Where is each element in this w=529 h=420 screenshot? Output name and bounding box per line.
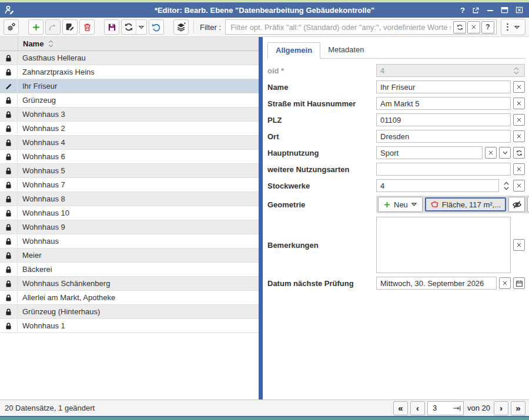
last-page-button[interactable]: » bbox=[511, 401, 525, 415]
field-geometrie: Geometrie Neu bbox=[267, 196, 525, 213]
list-item[interactable]: Zahnarztpraxis Heins bbox=[0, 65, 259, 79]
edit-record-button[interactable] bbox=[62, 19, 78, 35]
plz-input[interactable] bbox=[376, 113, 511, 126]
hauptnutzung-label: Hauptnutzung bbox=[267, 149, 376, 157]
tab-allgemein[interactable]: Allgemein bbox=[267, 42, 320, 59]
goto-page-icon[interactable] bbox=[452, 404, 461, 412]
delete-button[interactable] bbox=[79, 19, 95, 35]
sort-icon[interactable] bbox=[47, 39, 55, 48]
stockwerke-clear-button[interactable] bbox=[513, 180, 525, 191]
chevron-down-icon bbox=[411, 202, 417, 207]
list-item[interactable]: Wohnhaus 5 bbox=[0, 164, 259, 178]
lock-icon bbox=[5, 280, 12, 288]
datum-calendar-button[interactable] bbox=[513, 277, 525, 289]
list-item[interactable]: Gasthaus Hellerau bbox=[0, 51, 259, 65]
field-street: Straße mit Hausnummer bbox=[267, 97, 525, 110]
list-item[interactable]: Wohnhaus 2 bbox=[0, 122, 259, 136]
geometry-new-button[interactable]: Neu bbox=[378, 197, 423, 212]
toolbar-menu-button[interactable] bbox=[501, 19, 525, 35]
list-item[interactable]: Wohnhaus 6 bbox=[0, 150, 259, 164]
calendar-icon bbox=[515, 280, 523, 287]
lock-icon bbox=[5, 139, 12, 147]
save-button[interactable] bbox=[104, 19, 119, 35]
hauptnutzung-refresh-button[interactable] bbox=[513, 147, 525, 159]
page-input-box bbox=[427, 401, 464, 415]
hauptnutzung-dropdown-button[interactable] bbox=[499, 147, 511, 159]
attribute-form-panel: Allgemein Metadaten oid * 4 bbox=[263, 37, 529, 399]
minimize-button[interactable] bbox=[487, 6, 494, 14]
list-item[interactable]: Wohnhaus 1 bbox=[0, 319, 259, 333]
lock-icon bbox=[5, 266, 12, 274]
undo-icon bbox=[151, 22, 162, 32]
list-item[interactable]: Wohnhaus 10 bbox=[0, 206, 259, 220]
gears-icon bbox=[6, 22, 16, 32]
undo-button[interactable] bbox=[149, 19, 164, 35]
bemerkungen-clear-button[interactable] bbox=[513, 239, 525, 251]
list-item-label: Wohnhaus 1 bbox=[18, 321, 65, 330]
settings-button[interactable] bbox=[4, 19, 19, 35]
name-column-header[interactable]: Name bbox=[18, 37, 259, 51]
list-item[interactable]: Wohnhaus bbox=[0, 234, 259, 248]
bemerkungen-textarea[interactable] bbox=[376, 217, 511, 273]
first-page-button[interactable]: « bbox=[393, 401, 408, 415]
close-button[interactable] bbox=[515, 6, 523, 14]
ort-input[interactable] bbox=[376, 130, 511, 143]
list-item[interactable]: Wohnhaus Schänkenberg bbox=[0, 277, 259, 291]
titlebar: *Editor: Bearb. Ebene "Datenbearbeitung … bbox=[0, 2, 529, 18]
datum-input[interactable] bbox=[376, 277, 497, 290]
list-item[interactable]: Grünzeug (Hinterhaus) bbox=[0, 305, 259, 319]
page-number-input[interactable] bbox=[431, 403, 452, 413]
next-page-button[interactable]: › bbox=[494, 401, 508, 415]
hauptnutzung-clear-button[interactable] bbox=[485, 147, 497, 159]
geometry-shape-button[interactable]: Fläche, 117 m²,... bbox=[425, 197, 506, 211]
hauptnutzung-input[interactable] bbox=[376, 146, 483, 159]
list-item[interactable]: Grünzeug bbox=[0, 93, 259, 107]
panel-splitter[interactable] bbox=[259, 37, 263, 399]
stockwerke-input[interactable] bbox=[376, 179, 499, 192]
street-clear-button[interactable] bbox=[513, 98, 525, 109]
help-button[interactable]: ? bbox=[460, 6, 465, 15]
refresh-button[interactable] bbox=[122, 20, 136, 34]
name-input[interactable] bbox=[376, 80, 511, 93]
weitere-label: weitere Nutzungsarten bbox=[267, 165, 376, 174]
prev-page-button[interactable]: ‹ bbox=[410, 401, 425, 415]
weitere-clear-button[interactable] bbox=[513, 163, 525, 175]
plz-clear-button[interactable] bbox=[513, 114, 525, 126]
stockwerke-spinner[interactable] bbox=[501, 181, 511, 191]
street-input[interactable] bbox=[376, 97, 511, 110]
list-item-label: Wohnhaus 5 bbox=[18, 166, 65, 175]
datum-clear-button[interactable] bbox=[499, 277, 511, 289]
list-item[interactable]: Wohnhaus 4 bbox=[0, 136, 259, 150]
lock-icon bbox=[5, 195, 12, 203]
field-name: Name bbox=[267, 80, 525, 93]
list-item[interactable]: Ihr Friseur bbox=[0, 79, 259, 93]
list-item[interactable]: Bäckerei bbox=[0, 263, 259, 277]
ort-clear-button[interactable] bbox=[513, 130, 525, 142]
filter-input[interactable] bbox=[229, 22, 452, 32]
field-oid: oid * 4 bbox=[267, 64, 525, 77]
list-item[interactable]: Wohnhaus 3 bbox=[0, 107, 259, 122]
geometry-hide-button[interactable] bbox=[508, 197, 525, 212]
filter-help-button[interactable]: ? bbox=[481, 21, 494, 33]
add-record-button[interactable] bbox=[28, 19, 43, 35]
layers-button[interactable] bbox=[173, 19, 189, 35]
weitere-input[interactable] bbox=[376, 163, 511, 176]
lock-icon bbox=[5, 54, 12, 62]
window-title: *Editor: Bearb. Ebene "Datenbearbeitung … bbox=[0, 6, 529, 15]
list-item[interactable]: Wohnhaus 7 bbox=[0, 178, 259, 192]
layers-icon bbox=[176, 22, 186, 32]
popout-icon[interactable] bbox=[472, 6, 480, 14]
filter-refresh-button[interactable] bbox=[453, 21, 466, 33]
plz-label: PLZ bbox=[267, 116, 376, 125]
maximize-button[interactable] bbox=[501, 6, 508, 14]
refresh-icon bbox=[456, 23, 464, 31]
list-item[interactable]: Wohnhaus 8 bbox=[0, 192, 259, 206]
tab-metadaten[interactable]: Metadaten bbox=[320, 42, 371, 59]
name-clear-button[interactable] bbox=[513, 81, 525, 93]
refresh-options-button[interactable] bbox=[136, 20, 146, 34]
list-item[interactable]: Meier bbox=[0, 248, 259, 263]
record-list-panel: Name bbox=[0, 37, 259, 399]
list-item[interactable]: Allerlei am Markt, Apotheke bbox=[0, 291, 259, 305]
list-item[interactable]: Wohnhaus 9 bbox=[0, 220, 259, 234]
filter-clear-button[interactable] bbox=[467, 21, 480, 33]
